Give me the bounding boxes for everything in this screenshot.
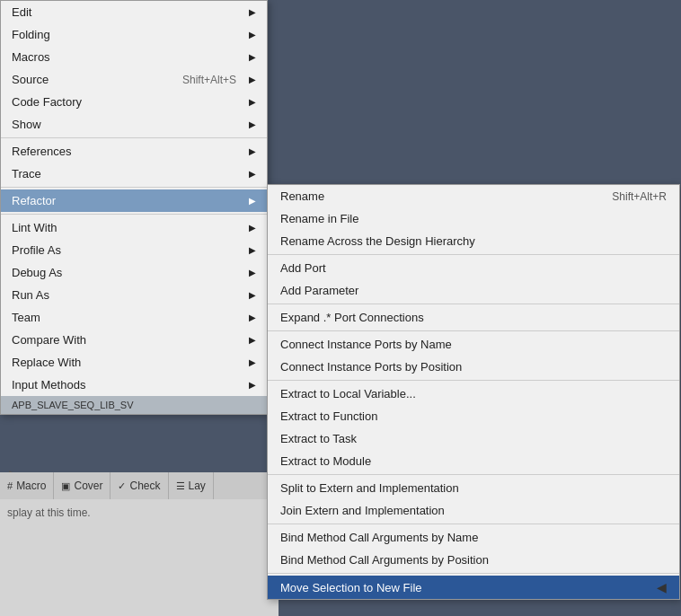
menu-item-edit-label: Edit (12, 5, 31, 19)
menu-item-source[interactable]: Source Shift+Alt+S ▶ (1, 68, 267, 91)
submenu-item-rename-label: Rename (280, 189, 324, 203)
submenu-item-extract-local[interactable]: Extract to Local Variable... (268, 383, 679, 405)
menu-item-lint-with-arrow: ▶ (249, 223, 256, 233)
menu-item-references-label: References (12, 145, 71, 158)
menu-item-run-as-arrow: ▶ (249, 290, 256, 300)
right-divider-2 (268, 304, 679, 304)
divider-2 (1, 187, 267, 188)
lay-icon: ☰ (176, 480, 185, 492)
menu-item-show-arrow: ▶ (249, 119, 256, 129)
submenu-item-join-extern-label: Join Extern and Implementation (280, 504, 445, 517)
submenu-item-rename[interactable]: Rename Shift+Alt+R (268, 185, 679, 207)
check-icon: ✓ (118, 480, 126, 492)
submenu-item-rename-in-file[interactable]: Rename in File (268, 207, 679, 230)
right-divider-7 (268, 573, 679, 574)
submenu-item-extract-task-label: Extract to Task (280, 432, 357, 445)
menu-item-compare-with-label: Compare With (12, 333, 86, 347)
tab-macro-label: Macro (16, 480, 46, 492)
tab-lay[interactable]: ☰ Lay (169, 472, 214, 499)
submenu-item-rename-shortcut: Shift+Alt+R (612, 190, 667, 203)
submenu-item-move-selection[interactable]: Move Selection to New File ◀ (268, 576, 679, 599)
menu-item-run-as[interactable]: Run As ▶ (1, 284, 267, 306)
submenu-item-split-extern[interactable]: Split to Extern and Implementation (268, 477, 679, 499)
menu-item-macros-arrow: ▶ (249, 52, 256, 62)
menu-item-refactor[interactable]: Refactor ▶ (1, 189, 267, 212)
menu-item-folding[interactable]: Folding ▶ (1, 23, 267, 46)
tab-check[interactable]: ✓ Check (111, 472, 168, 499)
submenu-item-bind-by-position-label: Bind Method Call Arguments by Position (280, 553, 489, 567)
submenu-item-extract-task[interactable]: Extract to Task (268, 427, 679, 450)
tab-check-label: Check (129, 480, 160, 492)
menu-item-compare-with-arrow: ▶ (249, 335, 256, 345)
submenu-item-extract-module-label: Extract to Module (280, 454, 371, 468)
menu-item-profile-as-label: Profile As (12, 243, 61, 257)
menu-item-edit[interactable]: Edit ▶ (1, 1, 267, 23)
submenu-item-expand-port[interactable]: Expand .* Port Connections (268, 306, 679, 329)
submenu-item-extract-module[interactable]: Extract to Module (268, 450, 679, 472)
menu-item-trace[interactable]: Trace ▶ (1, 163, 267, 185)
submenu-item-connect-by-name[interactable]: Connect Instance Ports by Name (268, 333, 679, 356)
menu-item-debug-as-arrow: ▶ (249, 268, 256, 277)
menu-item-macros-label: Macros (12, 50, 50, 64)
menu-item-replace-with[interactable]: Replace With ▶ (1, 351, 267, 374)
menu-item-compare-with[interactable]: Compare With ▶ (1, 329, 267, 351)
submenu-item-extract-function[interactable]: Extract to Function (268, 405, 679, 427)
submenu-item-bind-by-position[interactable]: Bind Method Call Arguments by Position (268, 549, 679, 571)
menu-item-team[interactable]: Team ▶ (1, 306, 267, 329)
submenu-item-rename-across-label: Rename Across the Design Hierarchy (280, 234, 475, 248)
bottom-tabs-bar: # Macro ▣ Cover ✓ Check ☰ Lay (0, 472, 279, 499)
left-context-menu: Edit ▶ Folding ▶ Macros ▶ Source Shift+A… (0, 0, 268, 415)
submenu-item-join-extern[interactable]: Join Extern and Implementation (268, 499, 679, 522)
cover-icon: ▣ (61, 480, 70, 492)
tab-macro[interactable]: # Macro (0, 472, 54, 499)
submenu-item-extract-function-label: Extract to Function (280, 409, 377, 423)
submenu-item-add-port[interactable]: Add Port (268, 257, 679, 279)
menu-item-refactor-arrow: ▶ (249, 196, 256, 206)
menu-item-debug-as-label: Debug As (12, 266, 62, 279)
tab-cover[interactable]: ▣ Cover (54, 472, 111, 499)
submenu-item-expand-port-label: Expand .* Port Connections (280, 311, 424, 324)
right-submenu: Rename Shift+Alt+R Rename in File Rename… (267, 184, 680, 600)
menu-item-input-methods-label: Input Methods (12, 378, 85, 392)
submenu-item-add-parameter-label: Add Parameter (280, 284, 358, 297)
menu-item-profile-as[interactable]: Profile As ▶ (1, 239, 267, 261)
submenu-item-split-extern-label: Split to Extern and Implementation (280, 481, 459, 495)
menu-item-trace-label: Trace (12, 167, 41, 180)
menu-item-references[interactable]: References ▶ (1, 140, 267, 163)
submenu-item-rename-across[interactable]: Rename Across the Design Hierarchy (268, 230, 679, 252)
submenu-item-connect-by-position[interactable]: Connect Instance Ports by Position (268, 356, 679, 378)
submenu-item-connect-by-name-label: Connect Instance Ports by Name (280, 338, 452, 351)
menu-item-input-methods[interactable]: Input Methods ▶ (1, 374, 267, 396)
submenu-item-bind-by-name[interactable]: Bind Method Call Arguments by Name (268, 526, 679, 549)
menu-item-source-arrow: ▶ (249, 75, 256, 84)
menu-item-replace-with-arrow: ▶ (249, 357, 256, 367)
menu-bottom-filename: APB_SLAVE_SEQ_LIB_SV (1, 396, 267, 414)
right-divider-1 (268, 254, 679, 255)
menu-item-edit-arrow: ▶ (249, 7, 256, 17)
menu-item-refactor-label: Refactor (12, 194, 56, 207)
right-divider-5 (268, 474, 679, 475)
menu-item-folding-arrow: ▶ (249, 30, 256, 40)
right-divider-3 (268, 330, 679, 331)
menu-item-source-shortcut: Shift+Alt+S (182, 74, 236, 86)
menu-item-lint-with[interactable]: Lint With ▶ (1, 216, 267, 239)
menu-item-show[interactable]: Show ▶ (1, 113, 267, 136)
menu-item-code-factory[interactable]: Code Factory ▶ (1, 91, 267, 113)
menu-item-macros[interactable]: Macros ▶ (1, 46, 267, 68)
divider-3 (1, 214, 267, 215)
tab-cover-label: Cover (74, 480, 102, 492)
submenu-item-rename-in-file-label: Rename in File (280, 212, 358, 225)
submenu-item-bind-by-name-label: Bind Method Call Arguments by Name (280, 531, 478, 544)
submenu-item-move-selection-label: Move Selection to New File (280, 581, 422, 594)
tab-lay-label: Lay (189, 480, 206, 492)
menu-item-show-label: Show (12, 118, 41, 131)
right-divider-4 (268, 380, 679, 381)
submenu-item-extract-local-label: Extract to Local Variable... (280, 387, 416, 400)
menu-item-profile-as-arrow: ▶ (249, 245, 256, 255)
menu-item-debug-as[interactable]: Debug As ▶ (1, 261, 267, 284)
submenu-item-connect-by-position-label: Connect Instance Ports by Position (280, 360, 462, 374)
menu-item-trace-arrow: ▶ (249, 169, 256, 179)
menu-item-input-methods-arrow: ▶ (249, 380, 256, 390)
submenu-item-add-parameter[interactable]: Add Parameter (268, 279, 679, 302)
menu-item-code-factory-label: Code Factory (12, 95, 82, 109)
